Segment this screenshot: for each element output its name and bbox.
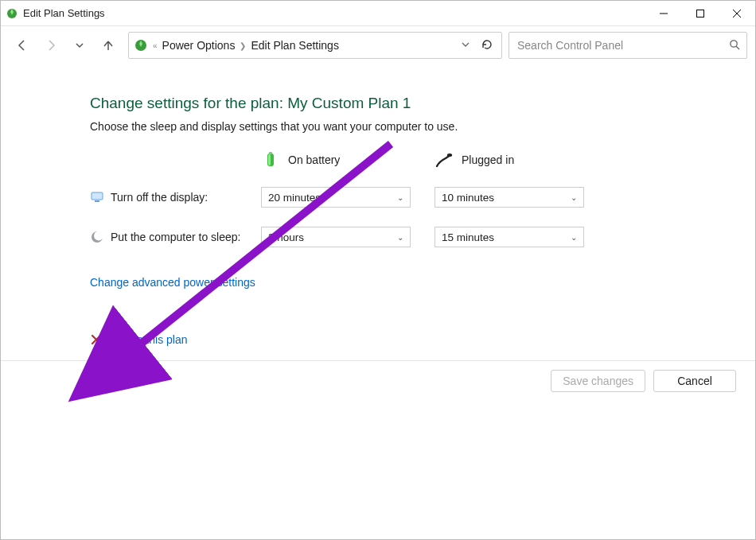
svg-rect-12 [92, 192, 103, 200]
recent-dropdown-button[interactable] [72, 38, 87, 52]
window: Edit Plan Settings « [0, 0, 756, 540]
refresh-button[interactable] [477, 38, 497, 53]
breadcrumb-current[interactable]: Edit Plan Settings [251, 39, 339, 52]
chevron-right-icon[interactable]: ❯ [240, 41, 246, 50]
display-plugged-value: 10 minutes [442, 192, 571, 204]
display-plugged-dropdown[interactable]: 10 minutes ⌄ [435, 187, 584, 208]
page-subheading: Choose the sleep and display settings th… [90, 120, 723, 133]
advanced-link-line: Change advanced power settings [90, 276, 723, 289]
save-button[interactable]: Save changes [551, 370, 645, 392]
display-battery-dropdown[interactable]: 20 minutes ⌄ [261, 187, 411, 208]
sleep-plugged-dropdown[interactable]: 15 minutes ⌄ [435, 227, 584, 247]
column-on-battery-label: On battery [288, 153, 340, 166]
footer: Save changes Cancel [1, 361, 755, 401]
forward-button[interactable] [44, 38, 58, 52]
nav-row: « Power Options ❯ Edit Plan Settings [1, 26, 755, 64]
svg-rect-2 [697, 10, 704, 17]
battery-icon [261, 150, 280, 169]
cancel-button[interactable]: Cancel [653, 370, 736, 392]
app-icon [6, 7, 18, 20]
svg-point-6 [731, 40, 737, 46]
close-button[interactable] [719, 1, 755, 26]
svg-point-11 [447, 153, 452, 157]
address-dropdown-button[interactable] [458, 39, 473, 52]
delete-plan-link[interactable]: Delete this plan [111, 333, 188, 346]
sleep-battery-value: 3 hours [268, 231, 397, 243]
search-icon[interactable] [729, 39, 740, 52]
breadcrumb: Power Options ❯ Edit Plan Settings [162, 39, 454, 52]
svg-point-15 [94, 231, 103, 241]
sleep-plugged-value: 15 minutes [442, 231, 571, 243]
column-on-battery: On battery [261, 150, 420, 169]
content: Change settings for the plan: My Custom … [1, 64, 755, 539]
chevron-down-icon: ⌄ [397, 233, 403, 242]
sleep-battery-dropdown[interactable]: 3 hours ⌄ [261, 227, 411, 247]
breadcrumb-root-chevron[interactable]: « [153, 41, 158, 50]
chevron-down-icon: ⌄ [571, 193, 577, 202]
window-title: Edit Plan Settings [23, 7, 105, 19]
svg-line-7 [736, 46, 739, 49]
up-button[interactable] [101, 38, 115, 52]
maximize-button[interactable] [682, 1, 719, 26]
column-plugged-in: Plugged in [435, 150, 594, 169]
back-button[interactable] [15, 38, 29, 52]
column-headers: On battery Plugged in [90, 150, 723, 169]
breadcrumb-parent[interactable]: Power Options [162, 39, 236, 52]
setting-label-display: Turn off the display: [90, 190, 261, 204]
search-input[interactable] [516, 38, 729, 52]
moon-icon [90, 230, 104, 244]
search-box[interactable] [509, 32, 747, 59]
display-battery-value: 20 minutes [268, 192, 397, 204]
chevron-down-icon: ⌄ [397, 193, 403, 202]
column-plugged-in-label: Plugged in [462, 153, 514, 166]
plug-icon [435, 150, 454, 169]
advanced-settings-link[interactable]: Change advanced power settings [90, 276, 255, 289]
nav-arrows [9, 38, 122, 52]
setting-row-display: Turn off the display: 20 minutes ⌄ 10 mi… [90, 187, 723, 208]
setting-label-sleep: Put the computer to sleep: [90, 230, 261, 244]
setting-label-sleep-text: Put the computer to sleep: [111, 231, 240, 243]
svg-rect-13 [95, 200, 99, 202]
titlebar: Edit Plan Settings [1, 1, 755, 26]
svg-rect-10 [268, 154, 271, 165]
svg-rect-9 [269, 152, 272, 154]
delete-icon [90, 333, 103, 346]
delete-plan-line: Delete this plan [90, 333, 723, 346]
chevron-down-icon: ⌄ [571, 233, 577, 242]
page-heading: Change settings for the plan: My Custom … [90, 95, 723, 112]
address-icon [134, 38, 148, 52]
address-bar[interactable]: « Power Options ❯ Edit Plan Settings [128, 32, 502, 59]
minimize-button[interactable] [645, 1, 682, 26]
setting-label-display-text: Turn off the display: [111, 191, 208, 204]
setting-row-sleep: Put the computer to sleep: 3 hours ⌄ 15 … [90, 227, 723, 247]
monitor-icon [90, 190, 104, 204]
